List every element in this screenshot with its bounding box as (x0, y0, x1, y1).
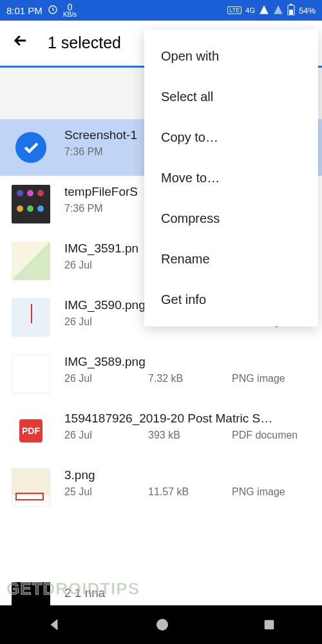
signal-icon-2 (273, 5, 283, 17)
file-info: 1594187926_2019-20 Post Matric S…26 Jul3… (64, 412, 310, 441)
menu-item-compress[interactable]: Compress (144, 198, 318, 239)
file-date: 7:36 PM (64, 203, 142, 214)
svg-rect-2 (289, 10, 293, 15)
file-size: 11.57 kB (148, 486, 225, 498)
status-bar: 8:01 PM 0 KB/s LTE 4G 54% (0, 0, 322, 21)
menu-item-copy-to[interactable]: Copy to… (144, 117, 318, 158)
menu-item-select-all[interactable]: Select all (144, 77, 318, 117)
nav-home-icon[interactable] (155, 617, 170, 632)
file-date: 26 Jul (64, 373, 142, 384)
watermark: GETDROIDTIPS (6, 579, 140, 599)
file-thumbnail[interactable] (12, 355, 50, 393)
file-meta: 26 Jul393 kBPDF documen (64, 430, 310, 441)
file-date: 7:36 PM (64, 146, 142, 158)
menu-item-move-to[interactable]: Move to… (144, 158, 318, 198)
file-thumbnail[interactable] (12, 185, 50, 223)
file-item[interactable]: PDF1594187926_2019-20 Post Matric S…26 J… (0, 402, 322, 459)
file-thumbnail[interactable] (12, 298, 50, 337)
file-item[interactable]: 3.png25 Jul11.57 kBPNG image (0, 459, 322, 516)
nav-back-icon[interactable] (46, 616, 62, 633)
file-date: 25 Jul (64, 486, 142, 498)
file-meta: 25 Jul11.57 kBPNG image (64, 486, 310, 498)
file-name: 1594187926_2019-20 Post Matric S… (64, 412, 310, 426)
file-name: 3.png (64, 468, 310, 482)
file-type: PNG image (232, 486, 310, 498)
svg-point-4 (156, 619, 168, 630)
sync-icon (48, 5, 58, 17)
network-type: 4G (245, 6, 255, 14)
nav-recent-icon[interactable] (262, 618, 276, 632)
file-meta: 26 Jul7.32 kBPNG image (64, 373, 310, 384)
file-type: PDF documen (232, 430, 310, 441)
file-type: PNG image (232, 373, 310, 384)
svg-rect-5 (264, 620, 274, 630)
android-nav-bar (0, 605, 322, 644)
status-time: 8:01 PM (6, 5, 43, 16)
battery-percent: 54% (299, 6, 316, 15)
page-title: 1 selected (48, 33, 121, 52)
back-arrow-icon[interactable] (12, 32, 30, 54)
menu-item-open-with[interactable]: Open with (144, 36, 318, 77)
file-date: 26 Jul (64, 260, 142, 271)
file-info: 3.png25 Jul11.57 kBPNG image (64, 468, 310, 498)
battery-icon (287, 4, 295, 17)
context-menu: Open withSelect allCopy to…Move to…Compr… (144, 30, 318, 327)
network-speed: 0 KB/s (63, 3, 77, 18)
signal-icon (259, 5, 269, 17)
menu-item-get-info[interactable]: Get info (144, 279, 318, 320)
volte-icon: LTE (227, 6, 242, 14)
file-date: 26 Jul (64, 430, 142, 441)
file-thumbnail[interactable] (12, 242, 50, 280)
file-item[interactable]: IMG_3589.png26 Jul7.32 kBPNG image (0, 346, 322, 402)
file-date: 26 Jul (64, 316, 142, 328)
selected-check-icon[interactable] (15, 132, 46, 163)
file-info: IMG_3589.png26 Jul7.32 kBPNG image (64, 355, 310, 384)
file-thumbnail[interactable] (12, 468, 50, 507)
file-name: IMG_3589.png (64, 355, 310, 369)
file-size: 7.32 kB (148, 373, 225, 384)
file-size: 393 kB (148, 430, 225, 441)
file-thumbnail[interactable]: PDF (19, 419, 43, 442)
menu-item-rename[interactable]: Rename (144, 239, 318, 279)
svg-rect-3 (290, 4, 292, 5)
